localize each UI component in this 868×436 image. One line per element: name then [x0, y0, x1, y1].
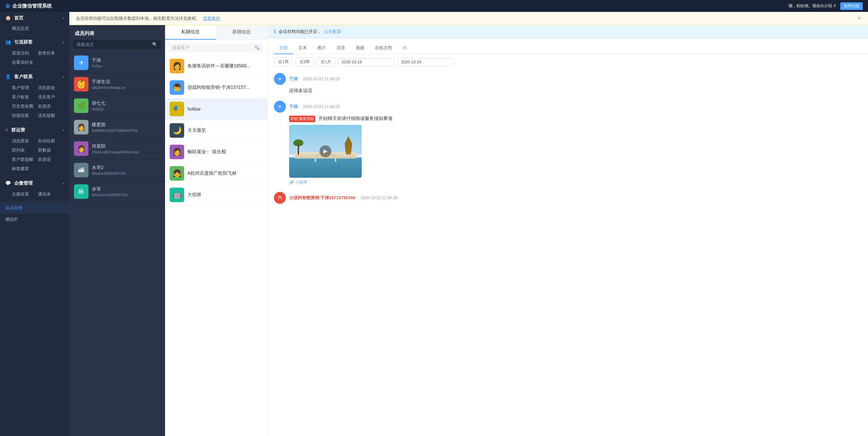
- chat-item-hangzhou[interactable]: 👧 A杭州百度推广欧阳飞林: [165, 163, 267, 184]
- member-item-huqiqi[interactable]: 🌿 胡七七 HuQiQi: [69, 95, 165, 117]
- msg-body-1: 还得多说话: [289, 87, 861, 94]
- use-function-button[interactable]: 使用功能: [840, 2, 863, 10]
- filter-tab-doc[interactable]: 在线文档: [370, 42, 397, 54]
- msg-image-2[interactable]: ▶: [289, 125, 362, 178]
- sidebar-item-sidebar[interactable]: 侧边栏: [0, 214, 69, 225]
- filter-tab-text[interactable]: 文本: [293, 42, 312, 54]
- sidebar-item-auto-pull[interactable]: 自动拉群: [38, 137, 64, 145]
- top-bar-right: 嗯，柜松销。视你办介绍 ✗ 使用功能: [788, 2, 863, 10]
- sidebar-item-contacts[interactable]: 通讯录: [38, 190, 64, 198]
- member-search-icon: 🔍: [152, 42, 157, 47]
- member-search-input[interactable]: [76, 42, 152, 47]
- pagoda: [344, 137, 353, 154]
- sidebar-item-loss-reminder[interactable]: 流失提醒: [38, 112, 64, 120]
- customer-icon: 👤: [5, 74, 11, 79]
- chat-list: 👩 鱼塘鱼讯软件～吴珊珊18588... 👦 @战驹智能营销-于涛157157.…: [165, 56, 267, 206]
- tab-private-chat[interactable]: 私聊信息: [165, 25, 216, 40]
- sidebar-item-tag-group[interactable]: 标签建群: [12, 165, 38, 173]
- member-name-yutao: 于涛: [92, 57, 102, 63]
- sidebar-item-group-data[interactable]: 群数据: [38, 146, 64, 154]
- tab-group-chat[interactable]: 群聊信息: [216, 25, 267, 40]
- play-overlay[interactable]: ▶: [319, 145, 331, 157]
- sidebar-item-customer[interactable]: 👤 客户联系 ›: [0, 71, 69, 83]
- chat-item-dajianbing[interactable]: 🤖 大馅饼: [165, 184, 267, 206]
- info-icon: ℹ: [274, 28, 276, 35]
- msg-header-1: ✈ 于涛 2020-10-20 11:48:20: [274, 73, 861, 85]
- date-btn-1week[interactable]: 近1周: [274, 57, 293, 66]
- info-bar-text: 会话存档功能已开启，: [279, 29, 321, 35]
- sidebar-attract-label: 引流获客: [14, 39, 33, 45]
- member-item-yutaoshenghuo[interactable]: 👶 于涛生活 a9QianYunWangLuo: [69, 74, 165, 95]
- chat-item-yutang[interactable]: 👩 鱼塘鱼讯软件～吴珊珊18588...: [165, 56, 267, 77]
- sidebar-item-friend-circle[interactable]: 历史朋友圈: [12, 103, 38, 110]
- date-from-input[interactable]: [338, 58, 395, 66]
- chat-item-hollow[interactable]: 🎭 hollow: [165, 98, 267, 120]
- attract-sub-grid: 渠道活码 裂变任务 批量加好友: [0, 48, 69, 68]
- sidebar-item-channel[interactable]: 渠道活码: [12, 49, 38, 57]
- msg-text-2: 时程 服务须知 开始聊天前请仔细阅读服务须知事项: [289, 115, 861, 122]
- sidebar-item-quick-reply[interactable]: 快捷回复: [12, 112, 38, 120]
- divider-3: [0, 122, 69, 122]
- filter-tab-image[interactable]: 图片: [312, 42, 331, 54]
- group-sub-grid: 消息群发 自动拉群 群列表 群数据 客户群提醒 欢迎语 标签建群: [0, 136, 69, 174]
- chat-search-input[interactable]: [172, 45, 254, 50]
- msg-header-2: ✈ 于涛 2020-10-20 11:48:20: [274, 101, 861, 113]
- sidebar-item-group[interactable]: ≡ 群运营 ›: [0, 124, 69, 136]
- sidebar-item-customer-tag[interactable]: 客户标签: [12, 93, 38, 101]
- sidebar-item-attract[interactable]: 👥 引流获客 ›: [0, 36, 69, 48]
- member-item-hejiayang[interactable]: 👩 何嘉阳 ZhanLv@ChuangShiRenLaol: [69, 138, 165, 159]
- sidebar-item-group-remind[interactable]: 客户群提醒: [12, 155, 38, 164]
- message-area: ℹ 会话存档功能已开启， 点击配置 全部 文本 图片 语音 视频 在线文档 小 …: [267, 25, 868, 436]
- sidebar-item-group-welcome[interactable]: 欢迎语: [38, 155, 64, 164]
- chat-avatar-yutang: 👩: [169, 59, 184, 73]
- sidebar-item-msg-broadcast[interactable]: 消息群发: [38, 84, 64, 92]
- chevron-icon: ›: [63, 16, 64, 21]
- notice-link[interactable]: 查看教程: [203, 16, 220, 22]
- member-item-yutao[interactable]: ✈ 于涛 YuTao: [69, 52, 165, 74]
- msg-text-1: 还得多说话: [289, 87, 861, 94]
- sidebar-item-fission[interactable]: 裂变任务: [38, 49, 64, 57]
- sidebar-item-corp[interactable]: 💬 企微管理 ›: [0, 177, 69, 189]
- info-bar-link[interactable]: 点击配置: [324, 29, 341, 35]
- member-item-shuige2[interactable]: 🏙 水哥2 ShuiGe18395997201: [69, 159, 165, 181]
- notice-close-button[interactable]: ✕: [857, 15, 861, 22]
- chevron-icon-2: ›: [63, 40, 64, 45]
- date-to-input[interactable]: [397, 58, 454, 66]
- chat-avatar-dajianbing: 🤖: [169, 187, 184, 202]
- sidebar-item-group-broadcast[interactable]: 消息群发: [12, 137, 38, 145]
- date-btn-2weeks[interactable]: 近2周: [296, 57, 314, 66]
- sidebar-item-corp-settings[interactable]: 企微设置: [12, 190, 38, 198]
- sidebar-item-batch-add[interactable]: 批量加好友: [12, 58, 38, 66]
- sidebar-item-group-list[interactable]: 群列表: [12, 146, 38, 154]
- sidebar-item-lost-customer[interactable]: 流失客户: [38, 93, 64, 101]
- sidebar-item-chat-archive[interactable]: 会话存档: [0, 202, 69, 214]
- mini-program-label[interactable]: 🔗 小程序: [289, 180, 861, 185]
- mini-program-icon: 🔗: [289, 180, 294, 185]
- msg-avatar-1: ✈: [274, 73, 286, 85]
- chat-name-zhanjiao: @战驹智能营销-于涛157157...: [187, 85, 250, 90]
- chat-item-zhanjiao[interactable]: 👦 @战驹智能营销-于涛157157...: [165, 77, 267, 98]
- sidebar-item-welcome[interactable]: 欢迎语: [38, 103, 64, 110]
- member-search[interactable]: 🔍: [73, 40, 161, 49]
- sidebar-item-home[interactable]: 🏠 首页 ›: [0, 12, 69, 24]
- chat-search[interactable]: 🔍: [169, 43, 263, 52]
- member-item-louaiguo[interactable]: 👩 楼爱国 fcd6df9c41d22756de61876e: [69, 117, 165, 138]
- home-icon: 🏠: [5, 15, 11, 21]
- date-btn-1month[interactable]: 近1月: [316, 57, 335, 66]
- member-sub-hejiayang: ZhanLv@ChuangShiRenLaol: [92, 150, 139, 154]
- filter-tab-mini[interactable]: 小: [397, 42, 412, 54]
- sidebar-item-overview[interactable]: 概况总览: [0, 24, 69, 33]
- filter-tab-video[interactable]: 视频: [350, 42, 370, 54]
- member-item-shuige[interactable]: 🏛 水哥 ShuiGes18395997201: [69, 181, 165, 202]
- msg-list: ✈ 于涛 2020-10-20 11:48:20 还得多说话 ✈ 于涛: [267, 70, 868, 436]
- member-avatar-shuige2: 🏙: [74, 163, 88, 177]
- filter-tab-all[interactable]: 全部: [274, 42, 293, 54]
- chat-avatar-hangzhou: 👧: [169, 166, 184, 181]
- chat-item-tianxiao[interactable]: 🌙 天天微笑: [165, 120, 267, 141]
- chat-item-chang[interactable]: 👩 畅联展业-╯陈生棍: [165, 141, 267, 163]
- sidebar-item-customer-mgmt[interactable]: 客户管理: [12, 84, 38, 92]
- filter-tab-voice[interactable]: 语音: [331, 42, 350, 54]
- notice-text: 会话存档功能可以拉取聊天数据到本地，相关配置方法详见教程。: [76, 16, 200, 22]
- customer-sub-grid: 客户管理 消息群发 客户标签 流失客户 历史朋友圈 欢迎语 快捷回复 流失提醒: [0, 83, 69, 121]
- chat-avatar-hollow: 🎭: [169, 102, 184, 116]
